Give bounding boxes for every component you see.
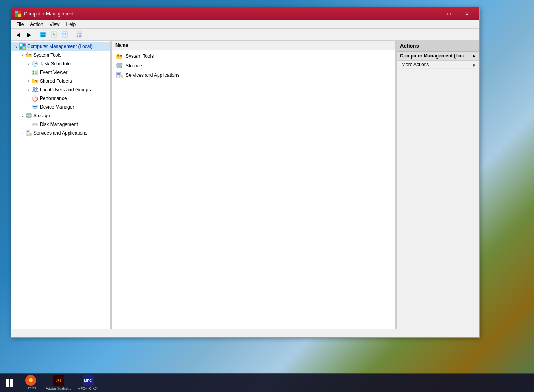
shared-folders-icon [32,78,38,84]
tree-system-tools[interactable]: ∨ System Tools [11,51,110,59]
shared-folders-expand-icon: › [26,78,32,84]
tree-services-apps[interactable]: › Services and Applications [11,129,110,137]
computer-management-window: Computer Management — □ ✕ File Action Vi… [11,7,480,338]
svg-rect-54 [33,124,35,125]
taskbar-item-illustrator[interactable]: Ai Adobe Illustrat... [43,374,74,392]
device-manager-label: Device Manager [40,104,74,110]
tree-disk-management[interactable]: › Disk Management [11,120,110,129]
storage-icon [26,113,32,119]
mpc-icon: MPC [83,375,94,386]
svg-rect-67 [121,55,122,57]
services-apps-label: Services and Applications [33,130,87,136]
actions-section-computer-management[interactable]: Computer Management (Loc... ▲ [397,52,479,61]
local-users-label: Local Users and Groups [40,87,91,92]
tree-event-viewer[interactable]: › Event Viewer [11,68,110,77]
menu-view[interactable]: View [46,21,63,28]
svg-rect-15 [79,33,81,34]
menu-help[interactable]: Help [63,21,79,28]
actions-more-actions[interactable]: More Actions ▶ [397,61,479,69]
svg-rect-66 [120,55,121,57]
svg-rect-16 [77,35,78,37]
minimize-button[interactable]: — [422,7,440,20]
forward-button[interactable]: ▶ [24,30,34,39]
svg-rect-3 [18,14,21,17]
task-scheduler-icon [32,61,38,67]
tree-root[interactable]: ∨ Computer Management (Local) [11,42,110,51]
storage-label: Storage [33,113,50,118]
tree-performance[interactable]: › Performance [11,94,110,103]
minimize-icon: — [428,11,433,17]
tree-task-scheduler[interactable]: › Task Scheduler [11,59,110,68]
svg-rect-20 [23,44,25,46]
svg-rect-56 [27,131,29,132]
view-button[interactable] [74,30,84,39]
center-header-name: Name [115,43,128,48]
actions-section-collapse-icon: ▲ [471,53,476,59]
maximize-button[interactable]: □ [440,7,458,20]
svg-rect-22 [23,47,25,49]
center-item-system-tools[interactable]: System Tools [112,52,395,61]
start-button[interactable] [0,374,19,392]
actions-header: Actions [397,41,479,52]
forward-icon: ▶ [27,31,32,38]
performance-expand-icon: › [26,95,32,102]
svg-rect-19 [20,44,22,46]
back-icon: ◀ [16,31,20,38]
center-item-storage[interactable]: Storage [112,61,395,70]
maximize-icon: □ [447,11,450,17]
help-button[interactable]: ? [60,30,70,39]
more-actions-arrow-icon: ▶ [473,63,476,67]
svg-rect-1 [18,11,21,14]
tree-storage[interactable]: ∨ Storage [11,111,110,120]
more-actions-label: More Actions [402,62,429,67]
center-system-tools-icon [115,52,123,60]
actions-section-label: Computer Management (Loc... [400,53,468,59]
tree-shared-folders[interactable]: › Shared Folders [11,77,110,85]
performance-icon [32,95,38,102]
center-item-services[interactable]: Services and Applications [112,70,395,80]
center-header: Name [112,41,395,50]
mpc-label: MPC-HC x64 [78,386,98,390]
svg-point-40 [33,87,35,90]
svg-rect-64 [117,55,118,57]
svg-rect-34 [33,72,34,73]
system-tools-label: System Tools [33,52,61,58]
taskbar-item-mpc[interactable]: MPC MPC-HC x64 [74,374,102,392]
center-system-tools-label: System Tools [126,54,154,59]
svg-rect-7 [41,35,43,37]
root-label: Computer Management (Local) [27,44,93,49]
edit-button[interactable]: ✎ [49,30,59,39]
svg-point-53 [36,124,37,125]
svg-rect-47 [34,108,36,109]
toolbar: ◀ ▶ ✎ ? [11,29,479,41]
svg-rect-23 [26,54,32,57]
system-tools-expand-icon: ∨ [19,52,26,58]
menu-file[interactable]: File [13,21,27,28]
window-controls: — □ ✕ [422,7,476,20]
tree-local-users[interactable]: › Local Users and Groups [11,85,110,94]
svg-rect-21 [20,47,22,49]
illustrator-label: Adobe Illustrat... [46,386,71,390]
svg-rect-73 [117,74,120,75]
menu-bar: File Action View Help [11,20,479,29]
taskbar-item-firefox[interactable]: Firefox [19,374,43,392]
tree-device-manager[interactable]: › Device Manager [11,103,110,111]
root-icon [19,43,26,50]
center-storage-icon [115,62,123,70]
menu-action[interactable]: Action [27,21,46,28]
back-button[interactable]: ◀ [13,30,23,39]
svg-rect-63 [117,54,119,55]
svg-rect-62 [116,55,122,59]
close-button[interactable]: ✕ [458,7,476,20]
tree-pane: ∨ Computer Management (Local) ∨ [11,41,111,329]
performance-label: Performance [40,96,67,101]
home-button[interactable] [38,30,48,39]
svg-rect-38 [35,73,37,74]
center-items-list: System Tools Storage [112,50,395,81]
svg-point-41 [36,88,38,90]
svg-rect-72 [117,73,120,74]
svg-point-50 [26,116,31,118]
storage-expand-icon: ∨ [19,113,26,119]
disk-management-icon [32,121,38,128]
edit-icon: ✎ [50,31,57,38]
